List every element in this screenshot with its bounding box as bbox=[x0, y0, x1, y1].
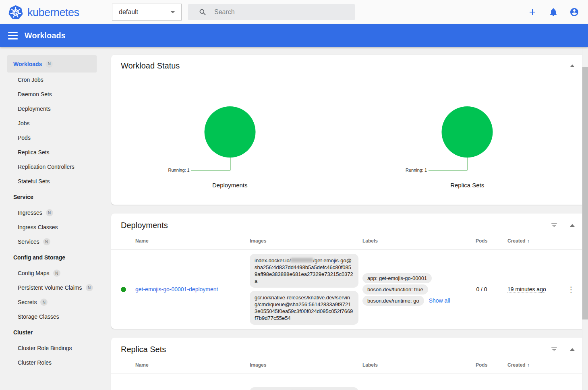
column-header-name[interactable]: Name bbox=[135, 362, 250, 368]
sidebar-item-pods[interactable]: Pods bbox=[0, 131, 103, 145]
image-chip: index.docker.io//get-emojis-go@sha256:4d… bbox=[250, 254, 358, 288]
table-header: Name Images Labels Pods Created↑ bbox=[111, 232, 586, 250]
column-header-images: Images bbox=[250, 238, 362, 244]
chart-title: Replica Sets bbox=[349, 182, 586, 189]
main-content: Workload Status Running: 1 Deployments R… bbox=[103, 47, 588, 390]
new-badge: N bbox=[40, 299, 48, 306]
vertical-scrollbar[interactable] bbox=[582, 47, 588, 390]
pods-count: 0 / 0 bbox=[466, 286, 498, 292]
plus-icon bbox=[528, 7, 537, 17]
sidebar-item-deployments[interactable]: Deployments bbox=[0, 102, 103, 116]
new-badge: N bbox=[86, 284, 93, 291]
pie-legend-label: Running: 1 bbox=[406, 168, 427, 172]
table-row: get-emojis-go-00001-deployment index.doc… bbox=[111, 250, 586, 329]
sidebar-item-replication-controllers[interactable]: Replication Controllers bbox=[0, 160, 103, 174]
header-actions bbox=[528, 7, 579, 17]
sidebar-item-storage-classes[interactable]: Storage Classes bbox=[0, 309, 103, 324]
column-header-created[interactable]: Created↑ bbox=[498, 362, 562, 368]
new-badge: N bbox=[46, 209, 53, 216]
toolbar: Workloads bbox=[0, 24, 588, 47]
sidebar-item-ingresses[interactable]: Ingresses N bbox=[0, 205, 103, 220]
status-running-icon bbox=[121, 287, 126, 292]
sidebar-item-services[interactable]: Services N bbox=[0, 234, 103, 249]
deployment-name-link[interactable]: get-emojis-go-00001-deployment bbox=[135, 286, 250, 292]
column-header-name[interactable]: Name bbox=[135, 238, 250, 244]
chevron-down-icon bbox=[171, 11, 175, 13]
sidebar-section-service: Service bbox=[0, 189, 103, 205]
triangle-up-icon bbox=[570, 224, 575, 227]
sort-ascending-icon: ↑ bbox=[527, 362, 530, 368]
create-resource-button[interactable] bbox=[528, 7, 537, 17]
account-button[interactable] bbox=[569, 7, 579, 17]
sidebar-item-cluster-roles[interactable]: Cluster Roles bbox=[0, 355, 103, 370]
new-badge: N bbox=[43, 238, 50, 245]
chart-title: Deployments bbox=[111, 182, 349, 189]
card-title: Deployments bbox=[121, 221, 540, 230]
card-title: Replica Sets bbox=[121, 345, 540, 354]
leader-line bbox=[230, 158, 231, 170]
bell-icon bbox=[549, 7, 558, 17]
namespace-selector[interactable]: default bbox=[112, 4, 182, 21]
sidebar-item-workloads[interactable]: Workloads N bbox=[7, 55, 97, 73]
image-chip: index.docker.io//get-emojis-go@sha256:4d… bbox=[250, 387, 358, 390]
app-header: kubernetes default bbox=[0, 0, 588, 24]
filter-button[interactable] bbox=[549, 344, 559, 355]
leader-line bbox=[191, 170, 230, 171]
sidebar-item-stateful-sets[interactable]: Stateful Sets bbox=[0, 174, 103, 189]
sidebar-item-jobs[interactable]: Jobs bbox=[0, 116, 103, 131]
created-timestamp: 19 minutes ago bbox=[498, 286, 562, 292]
search-input[interactable] bbox=[214, 8, 335, 16]
triangle-up-icon bbox=[570, 64, 575, 67]
sidebar-section-config-and-storage: Config and Storage bbox=[0, 249, 103, 266]
page-title: Workloads bbox=[25, 31, 66, 40]
new-badge: N bbox=[53, 270, 60, 277]
column-header-created[interactable]: Created↑ bbox=[498, 238, 562, 244]
label-chip: app: get-emojis-go-00001 bbox=[362, 273, 432, 283]
card-title: Workload Status bbox=[121, 61, 559, 71]
sidebar-item-ingress-classes[interactable]: Ingress Classes bbox=[0, 220, 103, 234]
show-all-link[interactable]: Show all bbox=[429, 297, 450, 304]
sort-ascending-icon: ↑ bbox=[527, 238, 530, 244]
search-icon bbox=[199, 8, 207, 17]
collapse-card-button[interactable] bbox=[568, 63, 576, 69]
scrollbar-thumb[interactable] bbox=[582, 67, 588, 319]
hamburger-menu-button[interactable] bbox=[8, 32, 18, 39]
sidebar: Workloads N Cron Jobs Daemon Sets Deploy… bbox=[0, 47, 103, 390]
row-actions-menu-button[interactable]: ⋮ bbox=[567, 286, 575, 293]
table-header: Name Images Labels Pods Created↑ bbox=[111, 356, 586, 374]
search-box bbox=[188, 4, 355, 20]
namespace-value: default bbox=[119, 8, 171, 16]
account-circle-icon bbox=[569, 7, 579, 17]
logo-text: kubernetes bbox=[27, 6, 79, 19]
sidebar-item-persistent-volume-claims[interactable]: Persistent Volume Claims N bbox=[0, 280, 103, 295]
kubernetes-logo[interactable]: kubernetes bbox=[8, 5, 79, 20]
replica-sets-card: Replica Sets Name Images Labels Pods Cre… bbox=[111, 338, 586, 390]
new-badge: N bbox=[46, 60, 53, 68]
hamburger-icon bbox=[8, 32, 18, 33]
replica-sets-pie-chart: Running: 1 Replica Sets bbox=[349, 75, 586, 198]
sidebar-item-replica-sets[interactable]: Replica Sets bbox=[0, 145, 103, 160]
sidebar-section-cluster: Cluster bbox=[0, 324, 103, 341]
label-chip: boson.dev/function: true bbox=[362, 284, 428, 295]
filter-button[interactable] bbox=[549, 220, 559, 230]
sidebar-item-config-maps[interactable]: Config Maps N bbox=[0, 266, 103, 280]
column-header-labels: Labels bbox=[362, 362, 466, 368]
sidebar-item-secrets[interactable]: Secrets N bbox=[0, 295, 103, 309]
deployments-card: Deployments Name Images Labels Pods Crea… bbox=[111, 214, 586, 329]
collapse-card-button[interactable] bbox=[568, 222, 576, 228]
filter-list-icon bbox=[551, 346, 558, 353]
label-chip: boson.dev/runtime: go bbox=[362, 296, 424, 306]
notifications-button[interactable] bbox=[549, 7, 558, 17]
sidebar-item-cron-jobs[interactable]: Cron Jobs bbox=[0, 73, 103, 87]
column-header-images: Images bbox=[250, 362, 362, 368]
triangle-up-icon bbox=[570, 348, 575, 351]
sidebar-item-daemon-sets[interactable]: Daemon Sets bbox=[0, 87, 103, 102]
pie-running-slice bbox=[204, 106, 255, 158]
column-header-labels: Labels bbox=[362, 238, 466, 244]
column-header-pods: Pods bbox=[466, 362, 498, 368]
sidebar-item-cluster-role-bindings[interactable]: Cluster Role Bindings bbox=[0, 341, 103, 355]
leader-line bbox=[429, 170, 467, 171]
redacted-text bbox=[291, 258, 313, 262]
image-chip: gcr.io/knative-releases/knative.dev/serv… bbox=[250, 291, 358, 325]
collapse-card-button[interactable] bbox=[568, 346, 576, 353]
